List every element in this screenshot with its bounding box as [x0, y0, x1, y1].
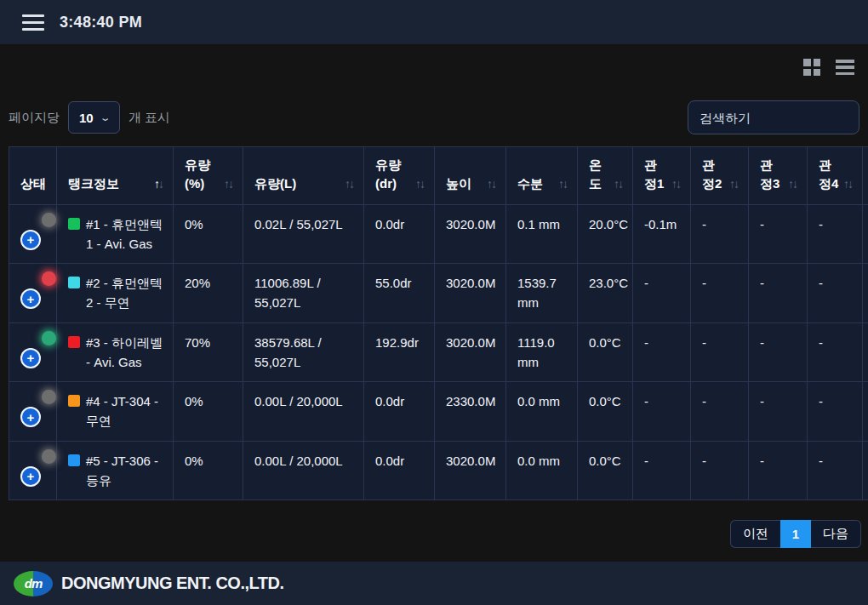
prev-page-button[interactable]: 이전 [730, 520, 780, 548]
chevron-down-icon: ⌄ [99, 112, 111, 123]
footer: dm DONGMYUNG ENT. CO.,LTD. [0, 562, 868, 605]
moisture-cell: 0.0 mm [506, 382, 578, 442]
moisture-cell: 1119.0 mm [506, 322, 578, 382]
tank-color-icon [68, 277, 80, 288]
clock-time: 3:48:40 PM [60, 14, 142, 31]
table-row: + #2 - 휴먼앤텍2 - 무연 20% 11006.89L / 55,027… [9, 264, 868, 323]
tank-name: #2 - 휴먼앤텍2 - 무연 [86, 273, 166, 313]
col-header-height[interactable]: 높이↑↓ [435, 147, 506, 205]
col-header-well4[interactable]: 관정4↑↓ [808, 147, 863, 205]
per-page-prefix-label: 페이지당 [9, 110, 60, 126]
well4-cell: - [808, 441, 863, 500]
per-page-control: 페이지당 10 ⌄ 개 표시 [9, 101, 170, 134]
table-controls: 페이지당 10 ⌄ 개 표시 [0, 78, 868, 134]
overflow-sliver-cell [863, 382, 868, 442]
col-header-flow-pct[interactable]: 유량 (%)↑↓ [174, 147, 243, 205]
well1-cell: -0.1m [633, 204, 691, 264]
flow-l-cell: 38579.68L / 55,027L [243, 322, 364, 382]
flow-pct-cell: 20% [174, 264, 243, 323]
well3-cell: - [749, 441, 808, 500]
sort-arrows-icon[interactable]: ↑↓ [345, 175, 357, 192]
search-input[interactable] [688, 100, 859, 134]
col-header-well2[interactable]: 관정2↑↓ [691, 147, 749, 205]
sort-arrows-icon[interactable]: ↑↓ [558, 175, 570, 192]
col-header-well3[interactable]: 관정3↑↓ [749, 147, 808, 205]
expand-row-button[interactable]: + [20, 288, 41, 309]
height-cell: 3020.0M [435, 264, 506, 323]
col-header-tankinfo[interactable]: 탱크정보↑↓ [57, 147, 174, 205]
col-header-temp[interactable]: 온도↑↓ [578, 147, 633, 205]
tank-info-cell: #2 - 휴먼앤텍2 - 무연 [57, 264, 174, 323]
expand-row-button[interactable]: + [20, 348, 41, 368]
sort-arrows-icon[interactable]: ↑↓ [487, 175, 499, 192]
per-page-suffix-label: 개 표시 [128, 110, 170, 126]
expand-row-button[interactable]: + [20, 230, 41, 250]
menu-icon[interactable] [22, 14, 44, 31]
expand-row-button[interactable]: + [20, 466, 41, 487]
well4-cell: - [808, 204, 863, 264]
flow-l-cell: 0.00L / 20,000L [243, 382, 364, 442]
tank-info-cell: #4 - JT-304 - 무연 [57, 382, 174, 442]
well2-cell: - [691, 382, 749, 442]
col-header-flow-l[interactable]: 유량(L)↑↓ [243, 147, 364, 205]
col-header-well1[interactable]: 관정1↑↓ [633, 147, 691, 205]
page-1-button[interactable]: 1 [780, 520, 811, 548]
sort-arrows-icon[interactable]: ↑↓ [154, 175, 166, 192]
company-logo: dm [14, 571, 53, 596]
tank-table-wrapper: 상태 탱크정보↑↓ 유량 (%)↑↓ 유량(L)↑↓ 유량 (dr)↑↓ 높이↑… [9, 146, 868, 500]
status-cell: + [9, 204, 57, 264]
height-cell: 3020.0M [435, 204, 506, 264]
expand-row-button[interactable]: + [20, 407, 41, 427]
tank-info-cell: #1 - 휴먼앤텍1 - Avi. Gas [57, 204, 174, 264]
list-view-icon[interactable] [836, 60, 854, 75]
table-row: + #3 - 하이레벨 - Avi. Gas 70% 38579.68L / 5… [9, 322, 868, 382]
flow-l-cell: 0.00L / 20,000L [243, 441, 364, 500]
status-indicator [42, 271, 56, 286]
well4-cell: - [808, 382, 863, 442]
well1-cell: - [633, 322, 691, 382]
status-indicator [42, 390, 56, 404]
moisture-cell: 1539.7 mm [506, 264, 578, 323]
flow-dr-cell: 192.9dr [364, 322, 435, 382]
tank-name: #3 - 하이레벨 - Avi. Gas [86, 333, 166, 373]
per-page-value: 10 [79, 111, 94, 125]
tank-color-icon [68, 336, 80, 348]
table-row: + #4 - JT-304 - 무연 0% 0.00L / 20,000L 0.… [9, 382, 868, 442]
tank-color-icon [68, 218, 80, 230]
flow-pct-cell: 70% [174, 322, 243, 382]
tank-name: #1 - 휴먼앤텍1 - Avi. Gas [86, 214, 166, 254]
per-page-select[interactable]: 10 ⌄ [68, 101, 120, 134]
sort-arrows-icon[interactable]: ↑↓ [415, 175, 427, 192]
col-header-flow-dr[interactable]: 유량 (dr)↑↓ [364, 147, 435, 205]
col-header-status: 상태 [9, 147, 57, 205]
sort-arrows-icon[interactable]: ↑↓ [671, 175, 683, 192]
next-page-button[interactable]: 다음 [811, 520, 861, 548]
moisture-cell: 0.0 mm [506, 441, 578, 500]
tank-info-cell: #3 - 하이레벨 - Avi. Gas [57, 322, 174, 382]
tank-color-icon [68, 454, 80, 466]
col-header-moisture[interactable]: 수분↑↓ [506, 147, 578, 205]
sort-arrows-icon[interactable]: ↑↓ [224, 175, 236, 192]
well3-cell: - [749, 204, 808, 264]
flow-dr-cell: 0.0dr [364, 441, 435, 500]
tank-name: #5 - JT-306 - 등유 [86, 451, 166, 491]
height-cell: 3020.0M [435, 322, 506, 382]
temp-cell: 0.0°C [578, 382, 633, 442]
well2-cell: - [691, 264, 749, 323]
well3-cell: - [749, 382, 808, 442]
well2-cell: - [691, 322, 749, 382]
company-name: DONGMYUNG ENT. CO.,LTD. [61, 574, 283, 593]
sort-arrows-icon[interactable]: ↑↓ [843, 175, 855, 192]
flow-l-cell: 0.02L / 55,027L [243, 204, 364, 264]
sort-arrows-icon[interactable]: ↑↓ [729, 175, 741, 192]
status-indicator [42, 449, 56, 464]
sort-arrows-icon[interactable]: ↑↓ [788, 175, 800, 192]
status-cell: + [9, 441, 57, 500]
grid-view-icon[interactable] [803, 59, 820, 76]
flow-pct-cell: 0% [174, 441, 243, 500]
sort-arrows-icon[interactable]: ↑↓ [614, 175, 625, 192]
tank-table: 상태 탱크정보↑↓ 유량 (%)↑↓ 유량(L)↑↓ 유량 (dr)↑↓ 높이↑… [9, 146, 868, 500]
status-cell: + [9, 382, 57, 442]
flow-dr-cell: 0.0dr [364, 382, 435, 442]
flow-dr-cell: 0.0dr [364, 204, 435, 264]
